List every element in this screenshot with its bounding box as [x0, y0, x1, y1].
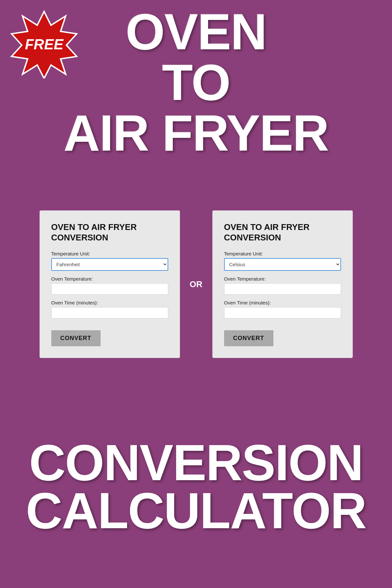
oven-time-input-1[interactable]	[51, 307, 168, 318]
title-line1: OVEN	[125, 4, 266, 60]
bottom-section: CONVERSION CALCULATOR	[0, 385, 392, 588]
free-badge: FREE	[10, 10, 78, 78]
temp-unit-group-1: Temperature Unit: Fahrenheit Celsius	[51, 251, 168, 271]
top-section: FREE OVEN TO AIR FRYER	[0, 0, 392, 183]
oven-time-label-2: Oven Time (minutes):	[224, 300, 341, 305]
calculator-card-celsius: OVEN TO AIR FRYER CONVERSION Temperature…	[212, 210, 353, 358]
oven-temp-group-2: Oven Temperature:	[224, 276, 341, 295]
bottom-line2: CALCULATOR	[26, 482, 366, 539]
title-line2: TO	[162, 54, 230, 111]
temp-unit-select-2[interactable]: Fahrenheit Celsius	[224, 258, 341, 271]
oven-time-input-2[interactable]	[224, 307, 341, 318]
oven-temp-label-2: Oven Temperature:	[224, 276, 341, 282]
temp-unit-label-1: Temperature Unit:	[51, 251, 168, 256]
oven-temp-input-2[interactable]	[224, 283, 341, 295]
oven-time-group-1: Oven Time (minutes):	[51, 300, 168, 318]
calculator-card-fahrenheit: OVEN TO AIR FRYER CONVERSION Temperature…	[40, 210, 180, 358]
card-title-1: OVEN TO AIR FRYER CONVERSION	[51, 222, 168, 242]
oven-temp-group-1: Oven Temperature:	[51, 276, 168, 295]
convert-button-1[interactable]: CONVERT	[51, 330, 101, 346]
oven-time-label-1: Oven Time (minutes):	[51, 300, 168, 305]
bottom-title: CONVERSION CALCULATOR	[26, 439, 366, 535]
temp-unit-label-2: Temperature Unit:	[224, 251, 341, 256]
title-line3: AIR FRYER	[63, 105, 329, 161]
temp-unit-select-1[interactable]: Fahrenheit Celsius	[51, 258, 168, 271]
oven-time-group-2: Oven Time (minutes):	[224, 300, 341, 318]
oven-temp-input-1[interactable]	[51, 283, 168, 295]
or-divider: OR	[190, 279, 203, 289]
free-badge-text: FREE	[25, 36, 64, 52]
card-title-2: OVEN TO AIR FRYER CONVERSION	[224, 222, 341, 242]
oven-temp-label-1: Oven Temperature:	[51, 276, 168, 282]
convert-button-2[interactable]: CONVERT	[224, 330, 273, 346]
cards-section: OVEN TO AIR FRYER CONVERSION Temperature…	[0, 183, 392, 385]
temp-unit-group-2: Temperature Unit: Fahrenheit Celsius	[224, 251, 341, 271]
